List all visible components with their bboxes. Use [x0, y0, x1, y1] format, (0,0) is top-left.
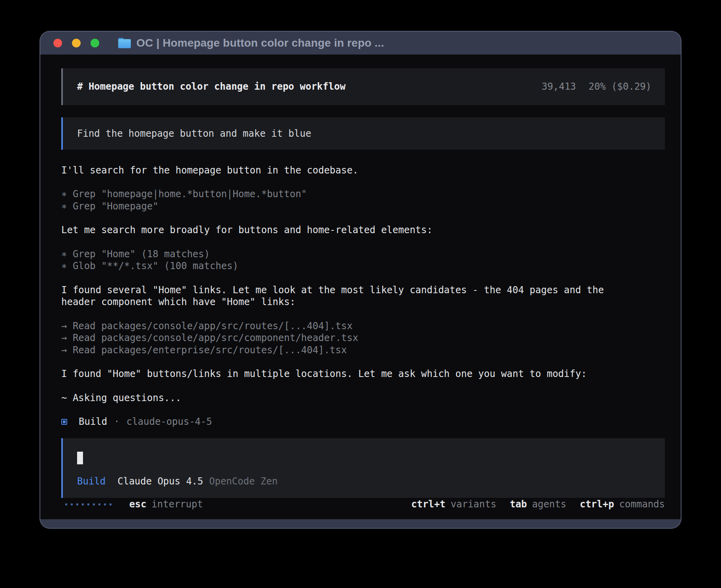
terminal-content[interactable]: # Homepage button color change in repo w… [40, 55, 681, 519]
hint-key: ctrl+t [411, 498, 445, 511]
transcript-paragraph: → Read packages/console/app/src/routes/[… [61, 320, 665, 356]
working-spinner-dots [65, 503, 111, 505]
status-bar: esc interrupt ctrl+tvariantstabagentsctr… [61, 498, 665, 511]
input-model-provider: OpenCode Zen [209, 475, 277, 488]
hint-label: agents [532, 498, 566, 511]
text-cursor [77, 452, 83, 464]
spinner-dot [82, 503, 84, 505]
traffic-lights [53, 39, 99, 47]
desktop-background: OC | Homepage button color change in rep… [0, 0, 721, 588]
session-title: # Homepage button color change in repo w… [77, 81, 345, 93]
window-bottom-edge [40, 519, 681, 528]
spinner-dot [87, 503, 89, 505]
prompt-input[interactable]: Build Claude Opus 4.5 OpenCode Zen [61, 438, 665, 498]
hint-label: commands [619, 498, 665, 511]
transcript-paragraph: I found "Home" buttons/links in multiple… [61, 368, 665, 380]
hint-interrupt: esc interrupt [129, 498, 203, 511]
transcript-paragraph: Let me search more broadly for buttons a… [61, 224, 665, 236]
transcript-paragraph: I found several "Home" links. Let me loo… [61, 284, 665, 308]
user-message-text: Find the homepage button and make it blu… [77, 128, 311, 140]
status-bar-right: ctrl+tvariantstabagentsctrl+pcommands [411, 498, 665, 511]
spinner-dot [109, 503, 111, 505]
agent-status-name: Build [79, 416, 107, 428]
transcript-paragraph: ~ Asking questions... [61, 392, 665, 404]
hint-commands: ctrl+pcommands [580, 498, 665, 511]
hint-interrupt-key: esc [129, 498, 146, 511]
hint-key: tab [510, 498, 527, 511]
hint-agents: tabagents [510, 498, 566, 511]
window-title: OC | Homepage button color change in rep… [136, 37, 384, 49]
input-mode-line: Build Claude Opus 4.5 OpenCode Zen [77, 475, 665, 488]
window-titlebar[interactable]: OC | Homepage button color change in rep… [40, 32, 681, 55]
titlebar-title-group: OC | Homepage button color change in rep… [118, 37, 384, 49]
spinner-dot [76, 503, 78, 505]
hint-label: variants [451, 498, 496, 511]
spinner-dot [93, 503, 95, 505]
hint-key: ctrl+p [580, 498, 614, 511]
hint-interrupt-label: interrupt [151, 498, 203, 511]
build-square-icon [61, 419, 67, 425]
hint-variants: ctrl+tvariants [411, 498, 496, 511]
spinner-dot [71, 503, 73, 505]
session-header: # Homepage button color change in repo w… [61, 68, 665, 105]
token-count: 39,413 [542, 81, 576, 93]
terminal-window: OC | Homepage button color change in rep… [40, 31, 681, 529]
context-usage-cost: 20% ($0.29) [589, 81, 651, 93]
folder-icon [118, 38, 131, 48]
transcript-paragraph: ∗ Grep "Home" (18 matches) ∗ Glob "**/*.… [61, 248, 665, 272]
user-message: Find the homepage button and make it blu… [61, 117, 665, 150]
input-model-name[interactable]: Claude Opus 4.5 [117, 475, 203, 488]
transcript-paragraph: I'll search for the homepage button in t… [61, 164, 665, 177]
zoom-window-button[interactable] [91, 39, 99, 47]
minimize-window-button[interactable] [72, 39, 81, 47]
input-agent-mode[interactable]: Build [77, 475, 106, 488]
close-window-button[interactable] [53, 39, 62, 47]
assistant-transcript: I'll search for the homepage button in t… [61, 153, 665, 404]
spinner-dot [98, 503, 100, 505]
session-stats: 39,413 20% ($0.29) [542, 81, 651, 93]
agent-status-row: Build · claude-opus-4-5 [61, 416, 665, 428]
transcript-paragraph: ∗ Grep "homepage|home.*button|Home.*butt… [61, 188, 665, 212]
status-bar-left: esc interrupt [65, 498, 203, 511]
spinner-dot [65, 503, 67, 505]
agent-status-model: claude-opus-4-5 [126, 416, 212, 428]
agent-status-separator: · [114, 416, 119, 428]
spinner-dot [104, 503, 106, 505]
